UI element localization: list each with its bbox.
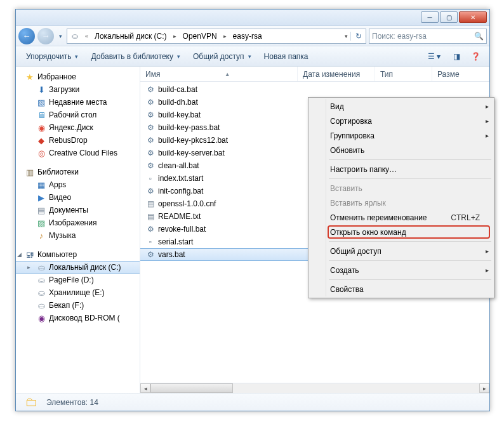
sidebar-item[interactable]: ⛀ PageFile (D:): [16, 274, 140, 286]
preview-pane-button[interactable]: ◨: [448, 50, 465, 63]
sidebar-item-label: Загрузки: [49, 85, 79, 94]
sidebar-item[interactable]: ◉ Дисковод BD-ROM (: [16, 312, 140, 324]
file-icon: ⚙: [145, 148, 156, 158]
explorer-window: ─ ▢ ✕ ← → ▾ ⛀ « Локальный диск (C:) ▸ Op…: [15, 9, 490, 411]
scroll-thumb[interactable]: [150, 383, 233, 393]
crumb-item[interactable]: easy-rsa: [229, 29, 266, 43]
sidebar-item[interactable]: ◉ Яндекс.Диск: [16, 121, 140, 134]
crumb-item[interactable]: OpenVPN: [179, 29, 221, 43]
crumb-drop[interactable]: ▾: [342, 33, 350, 39]
computer-header[interactable]: ◢ 🖳 Компьютер: [16, 248, 140, 261]
sidebar-icon: ▧: [36, 97, 46, 107]
favorites-header[interactable]: ★ Избранное: [16, 70, 140, 83]
ctx-refresh[interactable]: Обновить: [310, 143, 493, 157]
crumb-arrow[interactable]: «: [83, 33, 91, 39]
file-icon: ▫: [145, 173, 156, 183]
forward-button[interactable]: →: [37, 28, 54, 44]
col-date[interactable]: Дата изменения: [298, 67, 375, 81]
sidebar-icon: ▦: [36, 180, 46, 190]
nav-history-drop[interactable]: ▾: [56, 33, 64, 39]
file-row[interactable]: ⚙ build-ca.bat: [140, 83, 489, 96]
sidebar-item[interactable]: ♪ Музыка: [16, 229, 140, 242]
crumb-item[interactable]: Локальный диск (C:): [91, 29, 171, 43]
address-bar[interactable]: ⛀ « Локальный диск (C:) ▸ OpenVPN ▸ easy…: [67, 29, 366, 44]
file-icon: ⚙: [145, 161, 156, 171]
sidebar-item[interactable]: ▦ Apps: [16, 178, 140, 191]
sidebar-item[interactable]: ▸ ⛀ Локальный диск (C:): [16, 261, 140, 274]
favorites-label: Избранное: [37, 72, 76, 81]
sidebar-item-label: Недавние места: [49, 98, 107, 107]
search-input[interactable]: Поиск: easy-rsa 🔍: [369, 29, 487, 44]
file-name: serial.start: [158, 237, 193, 246]
file-name: build-key-pkcs12.bat: [158, 136, 228, 145]
share-button[interactable]: Общий доступ: [188, 50, 256, 63]
new-folder-button[interactable]: Новая папка: [259, 50, 314, 63]
search-placeholder: Поиск: easy-rsa: [372, 32, 427, 41]
file-icon: ⚙: [145, 135, 156, 145]
file-name: openssl-1.0.0.cnf: [158, 199, 216, 208]
view-mode-button[interactable]: ☰ ▾: [422, 50, 446, 63]
file-icon: ⚙: [145, 224, 156, 234]
sidebar-item[interactable]: ▧ Недавние места: [16, 96, 140, 109]
help-button[interactable]: ❓: [467, 50, 484, 63]
col-type[interactable]: Тип: [375, 67, 432, 81]
titlebar: ─ ▢ ✕: [16, 10, 489, 26]
libraries-header[interactable]: ▥ Библиотеки: [16, 166, 140, 178]
sidebar-item[interactable]: ◆ RebusDrop: [16, 134, 140, 147]
context-menu: Вид Сортировка Группировка Обновить Наст…: [308, 97, 494, 298]
sidebar-item-label: Видео: [49, 193, 71, 202]
scroll-right[interactable]: ▸: [479, 383, 489, 393]
library-icon: ▥: [25, 167, 35, 177]
sidebar-icon: ◉: [36, 313, 46, 323]
twisty-icon[interactable]: ◢: [17, 251, 22, 258]
sidebar-icon: ⛀: [36, 288, 46, 298]
organize-button[interactable]: Упорядочить: [21, 50, 83, 63]
computer-label: Компьютер: [37, 250, 77, 259]
file-icon: ⚙: [145, 123, 156, 133]
sidebar-item-label: Creative Cloud Files: [49, 149, 117, 157]
back-button[interactable]: ←: [18, 28, 35, 44]
ctx-view[interactable]: Вид: [310, 99, 493, 114]
ctx-sort[interactable]: Сортировка: [310, 114, 493, 128]
ctx-share[interactable]: Общий доступ: [310, 244, 493, 258]
sidebar-item[interactable]: ◎ Creative Cloud Files: [16, 147, 140, 159]
refresh-button[interactable]: ↻: [350, 32, 366, 41]
file-name: clean-all.bat: [158, 161, 199, 170]
ctx-undo-rename[interactable]: Отменить переименованиеCTRL+Z: [310, 210, 493, 225]
sidebar-item[interactable]: ▶ Видео: [16, 191, 140, 204]
col-name[interactable]: Имя▲: [140, 67, 298, 81]
search-icon: 🔍: [474, 32, 484, 41]
ctx-group[interactable]: Группировка: [310, 128, 493, 143]
crumb-arrow[interactable]: ▸: [171, 33, 179, 39]
ctx-create[interactable]: Создать: [310, 263, 493, 277]
column-header-row: Имя▲ Дата изменения Тип Разме: [140, 67, 489, 82]
crumb-arrow[interactable]: ▸: [221, 33, 229, 39]
nav-pane: ★ Избранное ⬇ Загрузки ▧ Недавние места …: [16, 67, 140, 393]
h-scrollbar[interactable]: ◂ ▸: [140, 383, 489, 393]
add-to-library-button[interactable]: Добавить в библиотеку: [86, 50, 185, 63]
toolbar: Упорядочить Добавить в библиотеку Общий …: [16, 46, 489, 67]
sidebar-item[interactable]: ⛀ Бекап (F:): [16, 299, 140, 312]
minimize-button[interactable]: ─: [421, 11, 439, 23]
file-name: README.txt: [158, 212, 201, 221]
close-button[interactable]: ✕: [459, 11, 487, 23]
twisty-icon[interactable]: ▸: [27, 264, 30, 270]
sidebar-icon: ▤: [36, 205, 46, 215]
sidebar-item[interactable]: ▤ Документы: [16, 204, 140, 216]
col-size[interactable]: Разме: [432, 67, 489, 81]
sidebar-item[interactable]: ▨ Изображения: [16, 216, 140, 229]
sidebar-item[interactable]: 🖥 Рабочий стол: [16, 109, 140, 121]
sidebar-icon: ⛀: [36, 300, 46, 310]
scroll-left[interactable]: ◂: [140, 383, 150, 393]
ctx-properties[interactable]: Свойства: [310, 282, 493, 296]
sidebar-item-label: Дисковод BD-ROM (: [49, 314, 120, 322]
ctx-open-cmd[interactable]: Открыть окно команд: [310, 225, 493, 239]
sidebar-icon: ⛀: [36, 275, 46, 285]
sidebar-item[interactable]: ⛀ Хранилище (E:): [16, 286, 140, 299]
file-icon: ⚙: [145, 110, 156, 120]
sidebar-item[interactable]: ⬇ Загрузки: [16, 83, 140, 96]
maximize-button[interactable]: ▢: [440, 11, 458, 23]
sidebar-icon: ♪: [36, 230, 46, 241]
ctx-customize[interactable]: Настроить папку…: [310, 162, 493, 176]
file-name: vars.bat: [158, 250, 185, 259]
